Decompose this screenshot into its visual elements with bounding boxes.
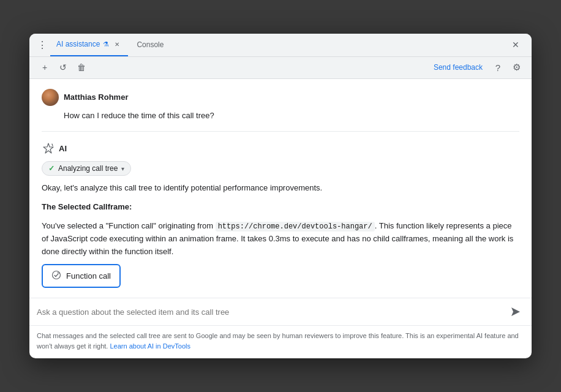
user-message-text: How can I reduce the time of this call t… — [42, 110, 519, 122]
user-message: Matthias Rohmer How can I reduce the tim… — [42, 89, 519, 132]
settings-button[interactable]: ⚙ — [508, 59, 524, 75]
send-feedback-button[interactable]: Send feedback — [429, 61, 488, 74]
help-button[interactable]: ? — [490, 59, 506, 75]
learn-more-link[interactable]: Learn about AI in DevTools — [110, 342, 190, 350]
user-header: Matthias Rohmer — [42, 89, 519, 106]
chat-input[interactable] — [37, 307, 502, 317]
toolbar: + ↺ 🗑 Send feedback ? ⚙ — [29, 57, 532, 79]
new-chat-button[interactable]: + — [37, 59, 53, 75]
avatar — [42, 89, 59, 106]
ai-header: AI — [42, 141, 519, 155]
disclaimer: Chat messages and the selected call tree… — [29, 326, 532, 358]
ai-paragraph2: You've selected a "Function call" origin… — [42, 220, 519, 258]
tab-ai-assistance[interactable]: AI assistance ⚗ ✕ — [50, 34, 128, 56]
svg-point-0 — [53, 271, 61, 279]
user-name: Matthias Rohmer — [64, 92, 128, 102]
history-button[interactable]: ↺ — [55, 59, 71, 75]
titlebar: ⋮ AI assistance ⚗ ✕ Console ✕ — [29, 34, 532, 57]
analyzing-label: Analyzing call tree — [58, 164, 118, 173]
tab-console-label: Console — [137, 40, 164, 49]
callframe-heading-text: The Selected Callframe: — [42, 202, 132, 211]
window-close-button[interactable]: ✕ — [507, 36, 524, 53]
flask-icon: ⚗ — [103, 40, 109, 48]
ai-paragraph1-text: Okay, let's analyze this call tree to id… — [42, 183, 322, 192]
function-call-chip[interactable]: Function call — [42, 264, 121, 288]
input-area — [29, 298, 532, 326]
chevron-down-icon: ▾ — [121, 165, 124, 172]
tab-label: AI assistance — [56, 40, 100, 48]
tab-close-icon[interactable]: ✕ — [112, 39, 122, 49]
function-call-label: Function call — [66, 271, 111, 281]
ai-message: AI ✓ Analyzing call tree ▾ Okay, let's a… — [42, 141, 519, 288]
ai-paragraph1: Okay, let's analyze this call tree to id… — [42, 182, 519, 195]
tab-console[interactable]: Console — [130, 34, 170, 56]
ai-callframe-heading: The Selected Callframe: — [42, 201, 519, 214]
devtools-window: ⋮ AI assistance ⚗ ✕ Console ✕ + ↺ 🗑 Send… — [29, 34, 532, 359]
disclaimer-text: Chat messages and the selected call tree… — [37, 332, 519, 350]
analyzing-pill[interactable]: ✓ Analyzing call tree ▾ — [42, 161, 131, 176]
ai-icon — [42, 141, 55, 155]
avatar-image — [42, 89, 59, 106]
url-code: https://chrome.dev/devtools-hangar/ — [216, 222, 375, 232]
chat-content: Matthias Rohmer How can I reduce the tim… — [29, 79, 532, 298]
ai-label: AI — [59, 144, 67, 153]
delete-button[interactable]: 🗑 — [73, 59, 89, 75]
bottom-section: Chat messages and the selected call tree… — [29, 298, 532, 358]
check-icon: ✓ — [48, 164, 55, 173]
more-options-icon[interactable]: ⋮ — [37, 39, 48, 50]
send-button[interactable] — [507, 303, 524, 320]
function-call-icon — [51, 270, 61, 282]
para2-start: You've selected a "Function call" origin… — [42, 221, 216, 230]
